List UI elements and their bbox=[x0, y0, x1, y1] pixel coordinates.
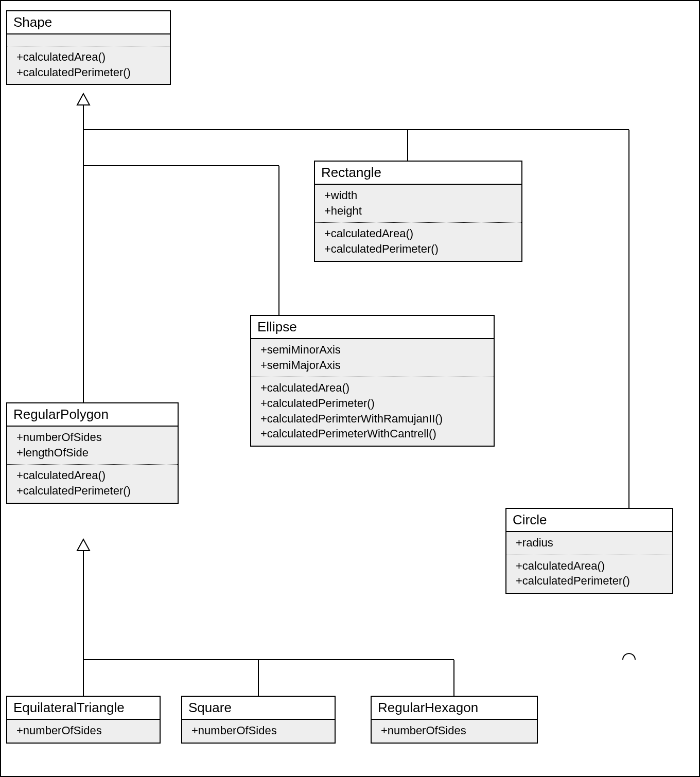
class-rectangle-attrs: +width +height bbox=[315, 185, 521, 223]
class-shape-name: Shape bbox=[7, 11, 170, 34]
class-square: Square +numberOfSides bbox=[181, 696, 336, 744]
attr-item: +height bbox=[324, 203, 514, 219]
attr-item: +numberOfSides bbox=[381, 723, 530, 738]
class-equilateraltriangle-attrs: +numberOfSides bbox=[7, 720, 160, 743]
attr-item: +numberOfSides bbox=[16, 723, 152, 738]
method-item: +calculatedArea() bbox=[260, 380, 486, 396]
class-rectangle: Rectangle +width +height +calculatedArea… bbox=[314, 161, 522, 262]
method-item: +calculatedPerimeter() bbox=[16, 65, 163, 80]
class-circle-name: Circle bbox=[506, 509, 672, 532]
class-ellipse: Ellipse +semiMinorAxis +semiMajorAxis +c… bbox=[250, 315, 495, 447]
attr-item: +semiMinorAxis bbox=[260, 342, 486, 358]
attr-item: +numberOfSides bbox=[16, 430, 170, 445]
class-regularpolygon-methods: +calculatedArea() +calculatedPerimeter() bbox=[7, 465, 178, 502]
class-circle-methods: +calculatedArea() +calculatedPerimeter() bbox=[506, 555, 672, 593]
method-item: +calculatedPerimeterWithCantrell() bbox=[260, 426, 486, 442]
class-ellipse-attrs: +semiMinorAxis +semiMajorAxis bbox=[251, 339, 494, 377]
attr-item: +numberOfSides bbox=[191, 723, 327, 738]
class-regularhexagon-name: RegularHexagon bbox=[372, 697, 537, 720]
method-item: +calculatedPerimeter() bbox=[260, 396, 486, 411]
method-item: +calculatedPerimeter() bbox=[16, 483, 170, 499]
class-square-attrs: +numberOfSides bbox=[182, 720, 335, 743]
class-regularhexagon-attrs: +numberOfSides bbox=[372, 720, 537, 743]
method-item: +calculatedPerimeter() bbox=[324, 241, 514, 257]
attr-item: +width bbox=[324, 188, 514, 203]
class-shape: Shape +calculatedArea() +calculatedPerim… bbox=[6, 10, 171, 85]
class-equilateraltriangle: EquilateralTriangle +numberOfSides bbox=[6, 696, 161, 744]
class-circle: Circle +radius +calculatedArea() +calcul… bbox=[505, 508, 673, 594]
uml-diagram: Shape +calculatedArea() +calculatedPerim… bbox=[0, 0, 700, 777]
method-item: +calculatedPerimeter() bbox=[516, 573, 665, 589]
class-shape-methods: +calculatedArea() +calculatedPerimeter() bbox=[7, 46, 170, 84]
attr-item: +radius bbox=[516, 535, 665, 551]
class-regularhexagon: RegularHexagon +numberOfSides bbox=[371, 696, 538, 744]
class-equilateraltriangle-name: EquilateralTriangle bbox=[7, 697, 160, 720]
method-item: +calculatedArea() bbox=[516, 558, 665, 574]
class-regularpolygon-name: RegularPolygon bbox=[7, 403, 178, 427]
method-item: +calculatedArea() bbox=[324, 226, 514, 241]
class-rectangle-name: Rectangle bbox=[315, 162, 521, 185]
class-rectangle-methods: +calculatedArea() +calculatedPerimeter() bbox=[315, 223, 521, 260]
class-circle-attrs: +radius bbox=[506, 532, 672, 555]
method-item: +calculatedPerimterWithRamujanII() bbox=[260, 411, 486, 427]
class-regularpolygon-attrs: +numberOfSides +lengthOfSide bbox=[7, 427, 178, 465]
class-ellipse-name: Ellipse bbox=[251, 316, 494, 339]
attr-item: +lengthOfSide bbox=[16, 445, 170, 461]
method-item: +calculatedArea() bbox=[16, 49, 163, 65]
attr-item: +semiMajorAxis bbox=[260, 358, 486, 373]
class-square-name: Square bbox=[182, 697, 335, 720]
class-regularpolygon: RegularPolygon +numberOfSides +lengthOfS… bbox=[6, 402, 179, 504]
method-item: +calculatedArea() bbox=[16, 468, 170, 483]
class-ellipse-methods: +calculatedArea() +calculatedPerimeter()… bbox=[251, 377, 494, 446]
